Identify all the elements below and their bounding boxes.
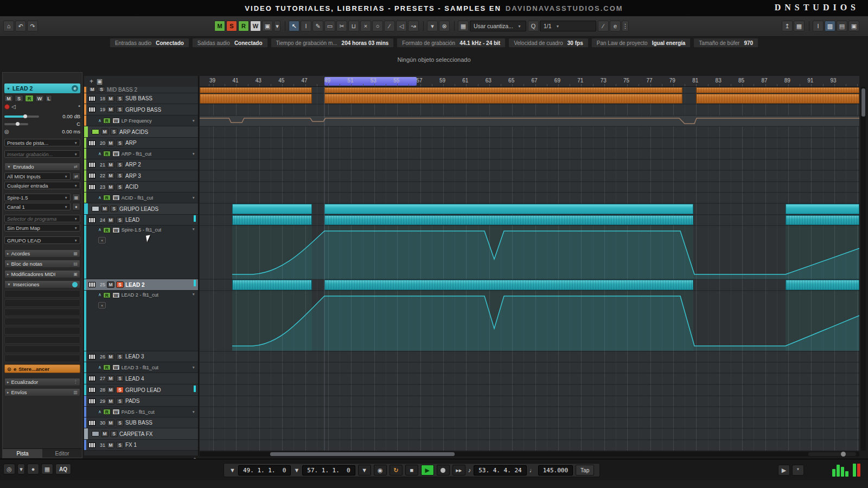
midi-input-dropdown[interactable]: All MIDI Inputs ▼ <box>4 172 71 180</box>
mute-button[interactable]: M <box>107 354 114 360</box>
window-layout-bottom-icon[interactable]: ▤ <box>837 21 847 31</box>
mute-button[interactable]: M <box>107 140 114 146</box>
inspector-solo-button[interactable]: S <box>15 95 23 102</box>
chevron-down-icon[interactable]: ▼ <box>192 365 195 369</box>
global-solo-button[interactable]: S <box>226 21 237 31</box>
section-routing[interactable]: ▼ Enrutado ⇄ <box>4 163 80 171</box>
punch-filter-icon[interactable]: ▼ <box>358 465 371 476</box>
input-channel-dropdown[interactable]: Cualquier entrada ▼ <box>4 182 80 189</box>
automation-row[interactable]: ∧ R W PADS - flt1_cut ▼ <box>84 407 198 418</box>
undo-icon[interactable]: ↶ <box>15 21 26 31</box>
mute-button[interactable]: M <box>107 281 114 288</box>
horizontal-scrollbar[interactable] <box>200 452 859 457</box>
inspector-write-button[interactable]: W <box>35 95 44 102</box>
add-track-icon[interactable]: + <box>90 78 93 85</box>
position-display[interactable]: 53. 4. 4. 24 <box>474 465 526 476</box>
q-button[interactable]: Q <box>528 21 539 31</box>
automation-row[interactable]: ∧ R W Spire-1.5 - flt1_cut ▼ × <box>84 226 198 279</box>
insert-slot[interactable] <box>4 290 80 298</box>
mute-button[interactable]: M <box>88 87 96 92</box>
select-tool-icon[interactable]: ↖ <box>289 21 299 31</box>
record-enable-icon[interactable] <box>4 104 10 110</box>
play-button[interactable]: ▶ <box>421 465 434 476</box>
solo-button[interactable]: S <box>110 129 118 135</box>
automation-row[interactable]: ∧ R W ARP - flt1_cut ▼ <box>84 149 198 159</box>
write-button[interactable]: W <box>112 364 120 370</box>
output-routing-dropdown[interactable]: GRUPO LEAD ▼ <box>4 236 80 244</box>
track-row[interactable]: 22 M S ARP 3 <box>84 170 198 182</box>
insert-slot[interactable] <box>4 327 80 335</box>
record-slot-dropdown[interactable]: Insertar grabación... ▼ <box>4 150 80 158</box>
mute-button[interactable]: M <box>107 217 114 223</box>
autoscroll-icon[interactable]: ▶ <box>778 465 790 476</box>
mute-tool-icon[interactable]: × <box>360 21 371 31</box>
mute-button[interactable]: M <box>101 431 108 437</box>
insert-slot[interactable] <box>4 299 80 307</box>
track-row[interactable]: 21 M S ARP 2 <box>84 159 198 170</box>
chevron-down-icon[interactable]: ▼ <box>192 227 195 231</box>
read-button[interactable]: R <box>103 364 111 370</box>
solo-button[interactable]: S <box>116 140 124 146</box>
solo-button[interactable]: S <box>116 172 124 179</box>
comment-icon[interactable]: ▾ <box>427 21 438 31</box>
asterisk-icon[interactable]: * <box>78 104 80 110</box>
zoom-slider[interactable] <box>808 452 856 456</box>
insert-slot[interactable] <box>4 309 80 316</box>
insert-slot[interactable] <box>4 318 80 325</box>
status-item[interactable]: Tiempo de grabación m... 204 horas 03 mi… <box>271 38 394 48</box>
mute-button[interactable]: M <box>107 184 114 190</box>
tab-pista[interactable]: Pista <box>3 449 42 458</box>
snap-mode-icon[interactable]: ● <box>27 464 39 474</box>
track-row[interactable]: 20 M S ARP <box>84 138 198 149</box>
track-row[interactable]: 18 M S SUB BASS <box>84 93 198 104</box>
eraser-tool-icon[interactable]: ▭ <box>324 21 335 31</box>
edit-channel-icon[interactable]: e <box>72 85 78 92</box>
automation-parameter[interactable]: PADS - flt1_cut <box>122 409 155 415</box>
edit-insert-icon[interactable]: e <box>14 366 16 372</box>
iterative-quantize-icon[interactable]: ∕ <box>598 21 609 31</box>
solo-button[interactable]: S <box>116 217 124 223</box>
insert-slot-active[interactable]: ⊙ e Stere...ancer <box>4 364 80 373</box>
global-write-button[interactable]: W <box>250 21 261 31</box>
automation-parameter[interactable]: LEAD 3 - flt1_cut <box>122 365 158 370</box>
solo-button[interactable]: S <box>116 442 124 448</box>
solo-button[interactable]: S <box>116 398 124 404</box>
snap-icon[interactable]: ⊗ <box>439 21 450 31</box>
write-button[interactable]: W <box>112 151 120 157</box>
automation-parameter[interactable]: ACID - flt1_cut <box>122 195 154 201</box>
automation-row[interactable]: ∧ R W LEAD 2 - flt1_cut ▼ × <box>84 291 198 351</box>
inspector-toggle-icon[interactable]: I <box>813 21 824 31</box>
track-row[interactable]: M S MID BASS 2 <box>84 87 198 93</box>
global-mute-button[interactable]: M <box>214 21 225 31</box>
solo-button[interactable]: S <box>116 354 124 360</box>
solo-button[interactable]: S <box>98 87 105 92</box>
folder-track-row[interactable]: M S CARPETA FX <box>84 428 198 440</box>
solo-button[interactable]: S <box>116 162 124 168</box>
open-instrument-icon[interactable]: ▦ <box>72 194 80 201</box>
inspector-listen-button[interactable]: L <box>46 95 52 102</box>
automation-parameter[interactable]: LEAD 2 - flt1_cut <box>122 292 158 298</box>
record-mode-dropdown-icon[interactable]: ▾ <box>17 464 25 474</box>
redo-icon[interactable]: ↷ <box>27 21 38 31</box>
input-transform-icon[interactable]: ⇄ <box>72 172 80 180</box>
quantize-panel-icon[interactable]: e <box>610 21 621 31</box>
mute-button[interactable]: M <box>107 162 114 168</box>
remove-parameter-button[interactable]: × <box>98 302 106 309</box>
solo-button[interactable]: S <box>116 184 124 190</box>
solo-button[interactable]: S <box>116 420 124 426</box>
solo-button[interactable]: S <box>110 431 118 437</box>
write-button[interactable]: W <box>112 292 120 298</box>
export-icon[interactable]: ↥ <box>782 21 793 31</box>
mute-button[interactable]: M <box>107 387 114 393</box>
record-button[interactable] <box>437 465 450 476</box>
transport-gear-icon[interactable]: * <box>792 465 804 476</box>
section-eq[interactable]: ▸ Ecualizador ⋮ <box>4 378 80 386</box>
read-button[interactable]: R <box>103 118 111 124</box>
grid-value-dropdown[interactable]: 1/1 ▼ <box>540 21 596 31</box>
read-button[interactable]: R <box>103 292 111 298</box>
auto-settings-icon[interactable]: ▣ <box>262 21 273 31</box>
hscroll-thumb[interactable] <box>270 452 455 456</box>
warp-tool-icon[interactable]: ↝ <box>408 21 419 31</box>
status-item[interactable]: Salidas audio Conectado <box>192 38 268 48</box>
mute-button[interactable]: M <box>107 442 114 448</box>
